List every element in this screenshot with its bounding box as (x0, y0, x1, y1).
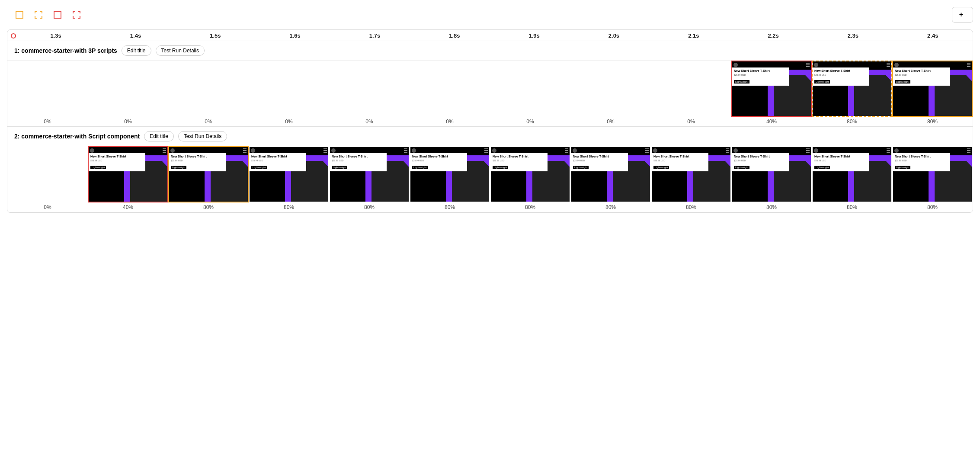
product-badge: Lightweight (493, 166, 508, 169)
legend-bar: + (7, 7, 973, 22)
frame-thumb-2-6: New Short Sleeve T-Shirt $25.99 USD Ligh… (490, 146, 570, 202)
frame-icon-lines (806, 148, 810, 153)
frame-thumb-2-7: New Short Sleeve T-Shirt $25.99 USD Ligh… (570, 146, 651, 202)
product-price: $25.99 USD (734, 159, 787, 162)
frame-cell-2-11: New Short Sleeve T-Shirt $25.99 USD Ligh… (892, 146, 973, 212)
test-run-details-button-2[interactable]: Test Run Details (178, 131, 227, 141)
product-badge: Lightweight (734, 166, 749, 169)
product-price: $25.99 USD (573, 159, 626, 162)
frame-thumb-2-5: New Short Sleeve T-Shirt $25.99 USD Ligh… (410, 146, 490, 202)
frame-percent-2-0: 0% (44, 202, 51, 212)
frame-cell-1-9: New Short Sleeve T-Shirt $25.99 USD Ligh… (731, 61, 812, 126)
frame-icon-lines (967, 148, 970, 153)
frame-cell-2-3: New Short Sleeve T-Shirt $25.99 USD Ligh… (249, 146, 329, 212)
product-card: New Short Sleeve T-Shirt $25.99 USD Ligh… (250, 153, 306, 171)
product-title: New Short Sleeve T-Shirt (734, 155, 787, 158)
frame-content: New Short Sleeve T-Shirt $25.99 USD Ligh… (893, 147, 972, 202)
product-badge: Lightweight (90, 166, 106, 169)
frame-percent-1-1: 0% (124, 117, 131, 126)
frame-percent-1-3: 0% (285, 117, 292, 126)
edit-title-button-1[interactable]: Edit title (122, 45, 151, 56)
timeline-tick-8: 2.1s (654, 32, 733, 39)
product-badge: Lightweight (895, 80, 910, 83)
frame-thumb-2-1: New Short Sleeve T-Shirt $25.99 USD Ligh… (88, 146, 168, 202)
adjust-filmstrip-button[interactable]: + (952, 7, 973, 22)
frame-percent-1-8: 0% (687, 117, 695, 126)
frame-icon-circle (492, 148, 496, 153)
product-badge: Lightweight (895, 166, 910, 169)
frame-icon-lines (565, 148, 568, 153)
product-card: New Short Sleeve T-Shirt $25.99 USD Ligh… (89, 153, 145, 171)
product-title: New Short Sleeve T-Shirt (412, 155, 465, 158)
timeline-tick-3: 1.6s (255, 32, 335, 39)
test-section-2: 2: commerce-starter-with Script componen… (7, 127, 973, 212)
frame-thumb-1-8 (651, 61, 731, 117)
frame-top-icons (331, 148, 407, 153)
frame-thumb-1-5 (410, 61, 490, 117)
product-card: New Short Sleeve T-Shirt $25.99 USD Ligh… (410, 153, 467, 171)
product-card: New Short Sleeve T-Shirt $25.99 USD Ligh… (491, 153, 548, 171)
frame-top-icons (412, 148, 488, 153)
frame-icon-circle (814, 63, 818, 67)
legend-item-visual-change (16, 11, 26, 19)
frame-cell-1-3: 0% (249, 61, 329, 126)
frame-top-icons (814, 148, 890, 153)
product-price: $25.99 USD (171, 159, 224, 162)
plus-icon: + (959, 11, 963, 19)
frame-icon-lines (645, 148, 649, 153)
frame-cell-1-8: 0% (651, 61, 731, 126)
product-badge: Lightweight (412, 166, 428, 169)
frame-top-icons (894, 148, 970, 153)
product-price: $25.99 USD (814, 159, 868, 162)
frame-percent-2-2: 80% (203, 202, 214, 212)
product-badge: Lightweight (653, 166, 669, 169)
frame-cell-1-11: New Short Sleeve T-Shirt $25.99 USD Ligh… (892, 61, 973, 126)
legend-icon-visual-change (16, 11, 23, 19)
product-title: New Short Sleeve T-Shirt (895, 155, 948, 158)
frame-thumb-2-4: New Short Sleeve T-Shirt $25.99 USD Ligh… (329, 146, 410, 202)
filmstrip-container: 1.3s1.4s1.5s1.6s1.7s1.8s1.9s2.0s2.1s2.2s… (7, 29, 973, 213)
frame-thumb-1-0 (7, 61, 88, 117)
product-title: New Short Sleeve T-Shirt (171, 155, 224, 158)
product-badge: Lightweight (171, 166, 186, 169)
frame-cell-2-10: New Short Sleeve T-Shirt $25.99 USD Ligh… (812, 146, 892, 212)
timeline-tick-1: 1.4s (96, 32, 175, 39)
timeline-tick-7: 2.0s (574, 32, 653, 39)
timeline-tick-0: 1.3s (16, 32, 96, 39)
tests-container: 1: commerce-starter-with 3P scriptsEdit … (7, 41, 973, 212)
product-title: New Short Sleeve T-Shirt (734, 69, 787, 73)
product-title: New Short Sleeve T-Shirt (814, 69, 868, 73)
test-title-2: 2: commerce-starter-with Script componen… (14, 133, 140, 140)
timeline-tick-5: 1.8s (415, 32, 494, 39)
timeline-tick-6: 1.9s (494, 32, 574, 39)
frame-thumb-2-9: New Short Sleeve T-Shirt $25.99 USD Ligh… (731, 146, 812, 202)
frame-icon-circle (90, 148, 94, 153)
frame-top-icons (814, 63, 890, 67)
test-header-2: 2: commerce-starter-with Script componen… (7, 127, 973, 146)
product-title: New Short Sleeve T-Shirt (573, 155, 626, 158)
product-card: New Short Sleeve T-Shirt $25.99 USD Ligh… (893, 153, 950, 171)
test-run-details-button-1[interactable]: Test Run Details (156, 45, 205, 56)
legend-icon-lcp-layout-shift (73, 11, 80, 19)
frame-cell-1-10: New Short Sleeve T-Shirt $25.99 USD Ligh… (812, 61, 892, 126)
frame-percent-1-11: 80% (927, 117, 938, 126)
product-price: $25.99 USD (653, 159, 707, 162)
frame-percent-1-2: 0% (205, 117, 212, 126)
frame-thumb-1-10: New Short Sleeve T-Shirt $25.99 USD Ligh… (812, 61, 892, 117)
frame-cell-1-4: 0% (329, 61, 410, 126)
product-title: New Short Sleeve T-Shirt (251, 155, 304, 158)
frame-top-icons (492, 148, 568, 153)
product-card: New Short Sleeve T-Shirt $25.99 USD Ligh… (813, 67, 869, 86)
frame-content: New Short Sleeve T-Shirt $25.99 USD Ligh… (652, 147, 730, 202)
timeline-tick-4: 1.7s (335, 32, 414, 39)
frame-cell-2-2: New Short Sleeve T-Shirt $25.99 USD Ligh… (168, 146, 249, 212)
product-price: $25.99 USD (734, 74, 787, 76)
frame-percent-1-6: 0% (526, 117, 534, 126)
frame-content: New Short Sleeve T-Shirt $25.99 USD Ligh… (813, 61, 891, 116)
frame-cell-2-1: New Short Sleeve T-Shirt $25.99 USD Ligh… (88, 146, 168, 212)
edit-title-button-2[interactable]: Edit title (144, 131, 174, 141)
frame-top-icons (894, 63, 970, 67)
product-title: New Short Sleeve T-Shirt (814, 155, 868, 158)
frame-content: New Short Sleeve T-Shirt $25.99 USD Ligh… (330, 147, 409, 202)
frame-percent-2-5: 80% (445, 202, 455, 212)
